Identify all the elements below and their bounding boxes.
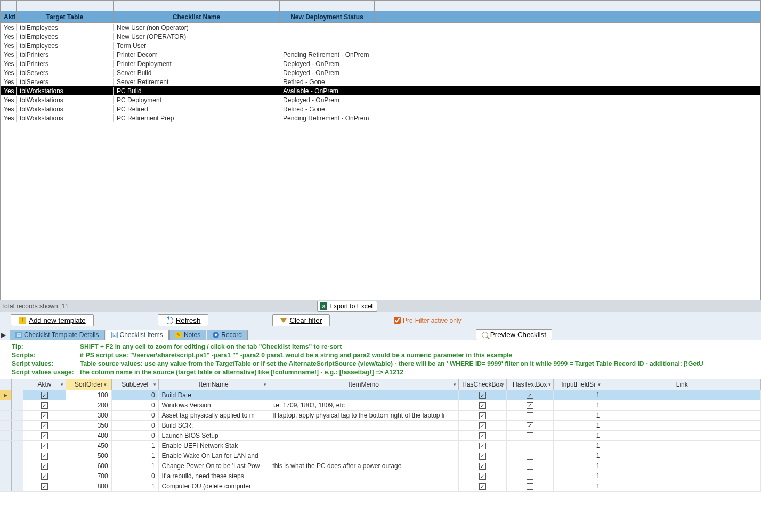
- checkbox-icon[interactable]: ✓: [479, 443, 486, 449]
- cell-aktiv[interactable]: Yes: [1, 33, 17, 40]
- cell-target-table[interactable]: tblWorkstations: [17, 87, 114, 95]
- checkbox-icon[interactable]: ✓: [479, 432, 486, 439]
- cell-checklist-name[interactable]: Server Retirement: [114, 78, 280, 86]
- row-edit[interactable]: [12, 471, 23, 481]
- dropdown-icon[interactable]: ▾: [153, 382, 156, 387]
- tab-notes[interactable]: ✎ Notes: [169, 330, 206, 340]
- cell-hascheckbox[interactable]: ✓: [459, 441, 507, 451]
- cell-sublevel[interactable]: 1: [112, 461, 159, 471]
- templates-grid-header[interactable]: Akti Target Table Checklist Name New Dep…: [1, 11, 760, 23]
- cell-hastextbox[interactable]: [507, 471, 554, 481]
- cell-aktiv[interactable]: ✓: [23, 451, 66, 461]
- cell-aktiv[interactable]: Yes: [1, 24, 17, 31]
- clear-filter-button[interactable]: Clear filter: [272, 314, 330, 326]
- cell-link[interactable]: [603, 431, 761, 440]
- checkbox-icon[interactable]: ✓: [479, 453, 486, 460]
- cell-deployment-status[interactable]: Pending Retirement - OnPrem: [280, 114, 375, 122]
- cell-checklist-name[interactable]: PC Retirement Prep: [114, 114, 280, 122]
- cell-hascheckbox[interactable]: ✓: [459, 411, 507, 420]
- col-deployment-status[interactable]: New Deployment Status: [280, 11, 375, 22]
- cell-checklist-name[interactable]: New User (non Operator): [114, 24, 280, 31]
- cell-itemmemo[interactable]: [269, 451, 458, 461]
- dropdown-icon[interactable]: ▾: [454, 382, 456, 387]
- splitter-handle-icon[interactable]: ▶: [1, 331, 10, 339]
- checkbox-icon[interactable]: ✓: [479, 402, 486, 409]
- cell-inputfieldsize[interactable]: 1: [554, 390, 604, 400]
- cell-sublevel[interactable]: 0: [112, 400, 159, 410]
- cell-checklist-name[interactable]: Term User: [114, 42, 280, 50]
- table-row[interactable]: YestblServersServer RetirementRetired - …: [1, 77, 760, 86]
- cell-hascheckbox[interactable]: ✓: [459, 421, 507, 430]
- row-edit[interactable]: [12, 461, 23, 471]
- cell-inputfieldsize[interactable]: 1: [554, 481, 604, 491]
- col-itemmemo[interactable]: ItemMemo▾: [269, 379, 458, 390]
- cell-hastextbox[interactable]: [507, 441, 554, 451]
- cell-hascheckbox[interactable]: ✓: [459, 481, 507, 491]
- col-sublevel[interactable]: SubLevel▾: [112, 379, 159, 390]
- prefilter-checkbox-input[interactable]: [394, 317, 401, 324]
- cell-sublevel[interactable]: 0: [112, 411, 159, 420]
- table-row[interactable]: YestblWorkstationsPC BuildAvailable - On…: [1, 86, 760, 95]
- checkbox-icon[interactable]: ✓: [527, 422, 533, 429]
- cell-aktiv[interactable]: Yes: [1, 51, 17, 59]
- col-sortorder[interactable]: SortOrder▾↓: [66, 379, 112, 390]
- checkbox-icon[interactable]: ✓: [41, 392, 48, 399]
- cell-hascheckbox[interactable]: ✓: [459, 390, 507, 400]
- cell-itemmemo[interactable]: this is what the PC does after a power o…: [269, 461, 458, 471]
- cell-itemmemo[interactable]: [269, 390, 458, 400]
- cell-deployment-status[interactable]: Pending Retirement - OnPrem: [280, 51, 375, 59]
- cell-sortorder[interactable]: 400: [66, 431, 112, 440]
- cell-link[interactable]: [603, 400, 761, 410]
- cell-target-table[interactable]: tblWorkstations: [17, 114, 114, 122]
- cell-sublevel[interactable]: 0: [112, 421, 159, 430]
- cell-hascheckbox[interactable]: ✓: [459, 400, 507, 410]
- tab-checklist-template-details[interactable]: ▤ Checklist Template Details: [10, 330, 105, 340]
- dropdown-icon[interactable]: ▾: [548, 382, 551, 387]
- refresh-button[interactable]: Refresh: [158, 314, 209, 326]
- cell-itemmemo[interactable]: [269, 471, 458, 481]
- table-row[interactable]: YestblWorkstationsPC DeploymentDeployed …: [1, 95, 760, 104]
- row-edit[interactable]: [12, 441, 23, 451]
- row-edit[interactable]: [12, 411, 23, 420]
- cell-sortorder[interactable]: 700: [66, 471, 112, 481]
- cell-hascheckbox[interactable]: ✓: [459, 461, 507, 471]
- cell-deployment-status[interactable]: Retired - Gone: [280, 78, 375, 86]
- cell-itemname[interactable]: Enable Wake On Lan for LAN and: [159, 451, 270, 461]
- cell-sublevel[interactable]: 1: [112, 441, 159, 451]
- table-row[interactable]: ✓6001Change Power On to be 'Last Powthis…: [0, 461, 761, 471]
- table-row[interactable]: ✓5001Enable Wake On Lan for LAN and✓1: [0, 451, 761, 461]
- tab-checklist-items[interactable]: ☑ Checklist Items: [106, 330, 169, 340]
- cell-itemmemo[interactable]: If laptop, apply physical tag to the bot…: [269, 411, 458, 420]
- cell-hascheckbox[interactable]: ✓: [459, 431, 507, 440]
- row-edit[interactable]: [12, 481, 23, 491]
- cell-sortorder[interactable]: 350: [66, 421, 112, 430]
- cell-aktiv[interactable]: ✓: [23, 390, 66, 400]
- cell-hastextbox[interactable]: [507, 451, 554, 461]
- cell-itemname[interactable]: If a rebuild, need these steps: [159, 471, 270, 481]
- add-new-template-button[interactable]: ! Add new template: [11, 314, 94, 326]
- cell-sublevel[interactable]: 0: [112, 390, 159, 400]
- checkbox-icon[interactable]: ✓: [479, 392, 486, 399]
- cell-target-table[interactable]: tblWorkstations: [17, 105, 114, 113]
- col-target-table[interactable]: Target Table: [17, 11, 114, 22]
- table-row[interactable]: ✓3000Asset tag physically applied to mIf…: [0, 411, 761, 421]
- cell-link[interactable]: [603, 390, 761, 400]
- cell-link[interactable]: [603, 471, 761, 481]
- cell-itemmemo[interactable]: [269, 421, 458, 430]
- row-edit[interactable]: [12, 400, 23, 410]
- row-selector[interactable]: [0, 421, 12, 430]
- col-aktiv[interactable]: Akti: [1, 11, 17, 22]
- cell-deployment-status[interactable]: Available - OnPrem: [280, 87, 375, 95]
- cell-hastextbox[interactable]: [507, 411, 554, 420]
- cell-itemmemo[interactable]: i.e. 1709, 1803, 1809, etc: [269, 400, 458, 410]
- cell-itemname[interactable]: Build Date: [159, 390, 270, 400]
- cell-link[interactable]: [603, 441, 761, 451]
- cell-deployment-status[interactable]: Deployed - OnPrem: [280, 60, 375, 68]
- table-row[interactable]: ✓2000Windows Versioni.e. 1709, 1803, 180…: [0, 400, 761, 411]
- cell-sublevel[interactable]: 1: [112, 451, 159, 461]
- cell-aktiv[interactable]: ✓: [23, 400, 66, 410]
- cell-aktiv[interactable]: Yes: [1, 114, 17, 122]
- cell-itemname[interactable]: Build SCR:: [159, 421, 270, 430]
- checkbox-icon[interactable]: ✓: [479, 483, 486, 490]
- cell-checklist-name[interactable]: Printer Deployment: [114, 60, 280, 68]
